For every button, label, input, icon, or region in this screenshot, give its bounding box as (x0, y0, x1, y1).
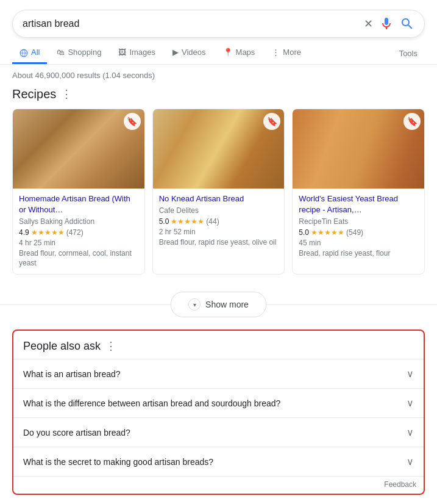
all-icon (20, 48, 28, 57)
card-content-2: No Knead Artisan Bread Cafe Delites 5.0 … (153, 189, 285, 254)
tab-shopping[interactable]: 🛍 Shopping (49, 43, 108, 63)
card-ingredients-3: Bread, rapid rise yeast, flour (299, 249, 418, 259)
bookmark-btn-3[interactable]: 🔖 (403, 113, 421, 130)
tab-more[interactable]: ⋮ More (265, 43, 308, 63)
chevron-down-icon-0: ∨ (407, 368, 414, 380)
rating-value-1: 4.9 (19, 228, 29, 237)
clear-icon[interactable]: ✕ (364, 17, 373, 31)
card-rating-3: 5.0 ★★★★★ (549) (299, 228, 418, 237)
paa-menu-icon[interactable]: ⋮ (105, 339, 116, 353)
recipes-menu-icon[interactable]: ⋮ (61, 87, 72, 101)
maps-icon: 📍 (223, 48, 233, 57)
paa-question-0: What is an artisan bread? (23, 369, 121, 379)
rating-count-2: (44) (206, 217, 219, 226)
recipe-cards: 🔖 Homemade Artisan Bread (With or Withou… (12, 109, 425, 275)
card-title-3: World's Easiest Yeast Bread recipe - Art… (299, 193, 418, 215)
paa-header: People also ask ⋮ (13, 331, 424, 359)
feedback-link[interactable]: Feedback (384, 480, 416, 489)
paa-item-3[interactable]: What is the secret to making good artisa… (13, 447, 424, 476)
rating-count-1: (472) (66, 228, 83, 237)
tab-videos[interactable]: ▶ Videos (165, 43, 213, 63)
bookmark-btn-1[interactable]: 🔖 (124, 113, 141, 130)
paa-question-2: Do you score artisan bread? (23, 428, 130, 437)
search-input[interactable] (23, 18, 364, 29)
feedback-row: Feedback (13, 476, 424, 494)
tab-images[interactable]: 🖼 Images (111, 43, 163, 63)
stars-2: ★★★★★ (171, 217, 204, 226)
card-content-1: Homemade Artisan Bread (With or Without…… (13, 189, 144, 275)
show-more-label: Show more (205, 300, 249, 309)
mic-icon[interactable] (379, 16, 394, 31)
chevron-down-icon: ▾ (188, 298, 201, 311)
card-time-2: 2 hr 52 min (159, 228, 279, 236)
recipe-card-1[interactable]: 🔖 Homemade Artisan Bread (With or Withou… (12, 109, 145, 275)
tab-maps[interactable]: 📍 Maps (216, 43, 263, 63)
recipes-section: Recipes ⋮ 🔖 Homemade Artisan Bread (With… (0, 84, 437, 283)
recipe-image-2: 🔖 (153, 109, 285, 189)
shopping-icon: 🛍 (57, 48, 65, 57)
bookmark-btn-2[interactable]: 🔖 (263, 113, 280, 130)
tools-button[interactable]: Tools (392, 44, 425, 63)
paa-item-1[interactable]: What is the difference between artisan b… (13, 388, 424, 417)
tab-more-label: More (283, 48, 301, 57)
stars-3: ★★★★★ (311, 228, 344, 237)
chevron-down-icon-2: ∨ (407, 427, 414, 438)
more-icon: ⋮ (272, 48, 280, 57)
people-also-ask-section: People also ask ⋮ What is an artisan bre… (12, 329, 425, 495)
tab-all-label: All (31, 48, 40, 57)
results-info: About 46,900,000 results (1.04 seconds) (0, 65, 437, 84)
card-ingredients-1: Bread flour, cornmeal, cool, instant yea… (19, 249, 138, 268)
search-icon[interactable] (400, 16, 414, 31)
search-bar-wrapper: ✕ (0, 0, 437, 38)
card-source-1: Sallys Baking Addiction (19, 217, 138, 226)
show-more-wrapper: ▾ Show more (0, 282, 437, 329)
card-source-3: RecipeTin Eats (299, 217, 418, 226)
videos-icon: ▶ (172, 48, 179, 57)
recipe-card-2[interactable]: 🔖 No Knead Artisan Bread Cafe Delites 5.… (152, 109, 285, 275)
recipe-card-3[interactable]: 🔖 World's Easiest Yeast Bread recipe - A… (292, 109, 425, 275)
tab-shopping-label: Shopping (68, 48, 101, 57)
paa-item-2[interactable]: Do you score artisan bread? ∨ (13, 417, 424, 447)
paa-question-3: What is the secret to making good artisa… (23, 457, 213, 467)
recipe-image-1: 🔖 (13, 109, 144, 189)
card-rating-2: 5.0 ★★★★★ (44) (159, 217, 279, 226)
paa-question-1: What is the difference between artisan b… (23, 398, 280, 408)
card-ingredients-2: Bread flour, rapid rise yeast, olive oil (159, 238, 279, 248)
tab-all[interactable]: All (12, 43, 47, 64)
nav-tabs: All 🛍 Shopping 🖼 Images ▶ Videos 📍 Maps … (0, 38, 437, 65)
chevron-down-icon-3: ∨ (407, 456, 414, 467)
search-icons: ✕ (364, 16, 414, 31)
recipes-header: Recipes ⋮ (12, 87, 425, 101)
card-title-2: No Knead Artisan Bread (159, 193, 279, 204)
card-time-1: 4 hr 25 min (19, 239, 138, 247)
tab-images-label: Images (129, 48, 155, 57)
search-bar: ✕ (12, 10, 425, 38)
recipes-title: Recipes (12, 87, 56, 101)
card-time-3: 45 min (299, 239, 418, 247)
tab-videos-label: Videos (182, 48, 206, 57)
images-icon: 🖼 (118, 48, 126, 57)
show-more-button[interactable]: ▾ Show more (171, 292, 266, 317)
paa-item-0[interactable]: What is an artisan bread? ∨ (13, 359, 424, 388)
paa-title: People also ask (23, 340, 101, 353)
card-title-1: Homemade Artisan Bread (With or Without… (19, 193, 138, 215)
tab-maps-label: Maps (236, 48, 255, 57)
chevron-down-icon-1: ∨ (407, 397, 414, 409)
card-rating-1: 4.9 ★★★★★ (472) (19, 228, 138, 237)
stars-1: ★★★★★ (31, 228, 65, 237)
card-content-3: World's Easiest Yeast Bread recipe - Art… (293, 189, 424, 265)
card-source-2: Cafe Delites (159, 206, 279, 215)
recipe-image-3: 🔖 (293, 109, 424, 189)
rating-count-3: (549) (346, 228, 363, 237)
rating-value-2: 5.0 (159, 217, 169, 226)
rating-value-3: 5.0 (299, 228, 309, 237)
